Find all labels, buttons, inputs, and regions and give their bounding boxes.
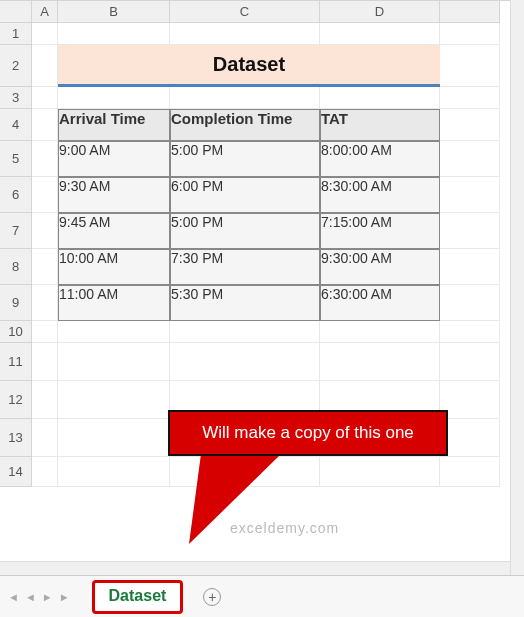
- header-completion[interactable]: Completion Time: [170, 109, 320, 141]
- sheet-tab-bar: ◄ ◄ ► ► Dataset +: [0, 575, 524, 617]
- cell[interactable]: [320, 343, 440, 381]
- cell[interactable]: [58, 419, 170, 457]
- row-header-3[interactable]: 3: [0, 87, 32, 109]
- cell[interactable]: [440, 45, 500, 87]
- cell[interactable]: [32, 249, 58, 285]
- cell[interactable]: [440, 23, 500, 45]
- add-sheet-button[interactable]: +: [203, 588, 221, 606]
- col-header-c[interactable]: C: [170, 1, 320, 23]
- header-arrival[interactable]: Arrival Time: [58, 109, 170, 141]
- cell[interactable]: [440, 321, 500, 343]
- row-header-13[interactable]: 13: [0, 419, 32, 457]
- tab-nav-first-icon[interactable]: ◄: [6, 589, 21, 605]
- cell[interactable]: [32, 87, 58, 109]
- cell[interactable]: [170, 23, 320, 45]
- cell-tat[interactable]: 9:30:00 AM: [320, 249, 440, 285]
- sheet-tab-dataset[interactable]: Dataset: [92, 580, 184, 614]
- row-header-12[interactable]: 12: [0, 381, 32, 419]
- row-header-9[interactable]: 9: [0, 285, 32, 321]
- cell[interactable]: [440, 419, 500, 457]
- header-tat[interactable]: TAT: [320, 109, 440, 141]
- tab-nav-prev-icon[interactable]: ◄: [23, 589, 38, 605]
- cell-arrival[interactable]: 9:00 AM: [58, 141, 170, 177]
- cell[interactable]: [170, 321, 320, 343]
- cell[interactable]: [32, 23, 58, 45]
- cell-tat[interactable]: 8:30:00 AM: [320, 177, 440, 213]
- row-header-7[interactable]: 7: [0, 213, 32, 249]
- cell[interactable]: [440, 177, 500, 213]
- cell[interactable]: [320, 457, 440, 487]
- cell[interactable]: [170, 343, 320, 381]
- cell-arrival[interactable]: 9:30 AM: [58, 177, 170, 213]
- tab-nav: ◄ ◄ ► ►: [6, 589, 72, 605]
- row-header-2[interactable]: 2: [0, 45, 32, 87]
- cell[interactable]: [32, 213, 58, 249]
- row-header-8[interactable]: 8: [0, 249, 32, 285]
- cell[interactable]: [58, 321, 170, 343]
- col-header-a[interactable]: A: [32, 1, 58, 23]
- cell[interactable]: [32, 141, 58, 177]
- horizontal-scrollbar[interactable]: [0, 561, 510, 575]
- cell[interactable]: [32, 381, 58, 419]
- cell-arrival[interactable]: 9:45 AM: [58, 213, 170, 249]
- cell[interactable]: [440, 343, 500, 381]
- cell-arrival[interactable]: 11:00 AM: [58, 285, 170, 321]
- cell-tat[interactable]: 7:15:00 AM: [320, 213, 440, 249]
- cell-completion[interactable]: 6:00 PM: [170, 177, 320, 213]
- select-all-corner[interactable]: [0, 1, 32, 23]
- cell[interactable]: [32, 343, 58, 381]
- cell[interactable]: [32, 321, 58, 343]
- cell[interactable]: [320, 87, 440, 109]
- row-header-11[interactable]: 11: [0, 343, 32, 381]
- cell-completion[interactable]: 5:30 PM: [170, 285, 320, 321]
- tab-nav-next-icon[interactable]: ►: [40, 589, 55, 605]
- cell[interactable]: [58, 23, 170, 45]
- cell[interactable]: [320, 321, 440, 343]
- vertical-scrollbar[interactable]: [510, 0, 524, 575]
- cell[interactable]: [58, 381, 170, 419]
- cell[interactable]: [170, 87, 320, 109]
- row-header-4[interactable]: 4: [0, 109, 32, 141]
- title-banner[interactable]: Dataset: [58, 45, 440, 87]
- row-header-5[interactable]: 5: [0, 141, 32, 177]
- cell[interactable]: [32, 285, 58, 321]
- cell-completion[interactable]: 7:30 PM: [170, 249, 320, 285]
- col-header-b[interactable]: B: [58, 1, 170, 23]
- cell-completion[interactable]: 5:00 PM: [170, 141, 320, 177]
- col-header-d[interactable]: D: [320, 1, 440, 23]
- col-header-blank[interactable]: [440, 1, 500, 23]
- cell[interactable]: [440, 285, 500, 321]
- cell[interactable]: [440, 213, 500, 249]
- row-header-6[interactable]: 6: [0, 177, 32, 213]
- cell-tat[interactable]: 6:30:00 AM: [320, 285, 440, 321]
- cell-completion[interactable]: 5:00 PM: [170, 213, 320, 249]
- cell[interactable]: [440, 109, 500, 141]
- cell[interactable]: [440, 381, 500, 419]
- cell[interactable]: [440, 457, 500, 487]
- cell[interactable]: [32, 177, 58, 213]
- tab-nav-last-icon[interactable]: ►: [57, 589, 72, 605]
- row-header-14[interactable]: 14: [0, 457, 32, 487]
- row-header-10[interactable]: 10: [0, 321, 32, 343]
- cell-tat[interactable]: 8:00:00 AM: [320, 141, 440, 177]
- cell[interactable]: [32, 419, 58, 457]
- cell[interactable]: [32, 457, 58, 487]
- cell[interactable]: [58, 457, 170, 487]
- cell[interactable]: [440, 141, 500, 177]
- cell[interactable]: [58, 87, 170, 109]
- row-header-1[interactable]: 1: [0, 23, 32, 45]
- cell[interactable]: [32, 109, 58, 141]
- cell[interactable]: [440, 249, 500, 285]
- cell[interactable]: [32, 45, 58, 87]
- annotation-callout: Will make a copy of this one: [168, 410, 448, 456]
- cell[interactable]: [58, 343, 170, 381]
- cell-arrival[interactable]: 10:00 AM: [58, 249, 170, 285]
- cell[interactable]: [320, 23, 440, 45]
- cell[interactable]: [440, 87, 500, 109]
